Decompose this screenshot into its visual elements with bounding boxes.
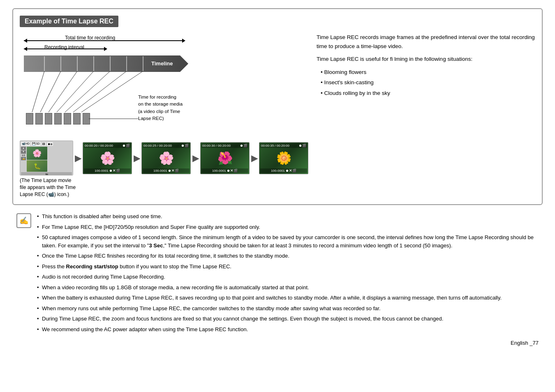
note-11: We recommend using the AC power adaptor …: [36, 325, 539, 334]
bullet-3: Clouds rolling by in the sky: [321, 89, 535, 98]
example-top: Total time for recording Recording inter…: [20, 33, 535, 198]
svg-line-10: [57, 71, 94, 112]
note-2: For Time Lapse REC, the [HD]720/50p reso…: [36, 223, 539, 231]
arrow-1: ▶: [75, 153, 81, 163]
interval-label: Recording interval: [44, 44, 84, 50]
time-lapse-caption: (The Time Lapse movie file appears with …: [20, 177, 77, 198]
note-9: When memory runs out while performing Ti…: [36, 304, 539, 313]
frame-4: [54, 113, 62, 125]
desc-para2: Time Lapse REC is useful for fi lming in…: [317, 55, 535, 64]
bullet-list: Blooming flowers Insect's skin-casting C…: [321, 68, 535, 98]
media-label-arrow: [89, 113, 142, 129]
note-icon: ✍: [16, 213, 31, 228]
recording-frames: [26, 113, 90, 125]
arrow-3: ▶: [192, 153, 199, 163]
thumb-bottom-1: 100-0001 ⏺✕🎬: [84, 168, 131, 173]
bullet-1: Blooming flowers: [321, 68, 535, 77]
thumb-bottom-3: 100-0001 ⏺✕🎬: [201, 168, 248, 173]
rec-media-label: Time for recording on the storage media …: [138, 94, 183, 122]
thumb-overlay-3: 00:00:30 / 00:20:00 ⏺🎬: [201, 143, 248, 148]
note-3: 50 captured images compose a video of 1 …: [36, 233, 539, 249]
page-container: Example of Time Lapse REC Total time for…: [0, 0, 555, 354]
note-4: Once the Time Lapse REC finishes recordi…: [36, 252, 539, 260]
example-box: Example of Time Lapse REC Total time for…: [12, 8, 543, 205]
timeline-diagram: Total time for recording Recording inter…: [20, 33, 225, 131]
frame-1: [26, 113, 33, 125]
thumb-4: 🌺 00:00:30 / 00:20:00 ⏺🎬 100-0001 ⏺✕🎬: [200, 142, 250, 174]
svg-line-12: [73, 71, 127, 112]
arrow-2: ▶: [134, 153, 140, 163]
thumb-overlay-4: 00:00:35 / 00:20:00 ⏺🎬: [260, 143, 307, 148]
desc-para1: Time Lapse REC records image frames at t…: [317, 33, 535, 51]
note-1: This function is disabled after being us…: [36, 212, 539, 221]
bullet-2: Insect's skin-casting: [321, 78, 535, 87]
frame-6: [73, 113, 81, 125]
svg-line-7: [32, 71, 44, 112]
total-time-label: Total time for recording: [65, 35, 115, 41]
thumbnails-row: 📹HD 💾SD 🖼 ⏺▣ ▲ ▼: [20, 141, 308, 175]
thumbnails-area: 📹HD 💾SD 🖼 ⏺▣ ▲ ▼: [20, 136, 308, 198]
svg-line-11: [65, 71, 110, 112]
example-right: Time Lapse REC records image frames at t…: [317, 33, 535, 198]
svg-line-9: [49, 71, 77, 112]
example-left: Total time for recording Recording inter…: [20, 33, 308, 198]
thumb-overlay-1: 00:00:20 / 00:20:00 ⏺🎬: [84, 143, 131, 148]
notes-section: ✍ This function is disabled after being …: [12, 212, 543, 336]
thumb-2: 🌸 00:00:20 / 00:20:00 ⏺🎬 100-0001 ⏺✕🎬: [83, 142, 132, 174]
total-time-arrow-right: [182, 39, 185, 43]
thumb-3: 🌸 00:00:25 / 00:20:00 ⏺🎬 100-0001 ⏺✕🎬: [141, 142, 191, 174]
interval-arrow-right: [104, 47, 107, 51]
page-number: English _77: [12, 340, 543, 346]
note-7: When a video recording fills up 1.8GB of…: [36, 284, 539, 292]
frame-5: [64, 113, 71, 125]
arrow-4: ▶: [251, 153, 257, 163]
note-5: Press the Recording start/stop button if…: [36, 263, 539, 271]
thumb-first: 📹HD 💾SD 🖼 ⏺▣ ▲ ▼: [20, 141, 73, 175]
frame-3: [45, 113, 52, 125]
svg-line-13: [81, 71, 143, 112]
notes-list: This function is disabled after being us…: [36, 212, 539, 336]
notes-ul: This function is disabled after being us…: [36, 212, 539, 333]
example-bottom: 📹HD 💾SD 🖼 ⏺▣ ▲ ▼: [20, 136, 308, 198]
note-10: During Time Lapse REC, the zoom and focu…: [36, 315, 539, 323]
thumb-bottom-2: 100-0001 ⏺✕🎬: [143, 168, 190, 173]
frame-2: [35, 113, 43, 125]
example-title: Example of Time Lapse REC: [20, 16, 118, 27]
thumb-overlay-2: 00:00:25 / 00:20:00 ⏺🎬: [143, 143, 190, 148]
svg-line-8: [40, 71, 61, 112]
thumb-bottom-4: 100-0001 ⏺✕🎬: [260, 168, 307, 173]
timeline-label: Timeline: [151, 60, 173, 67]
note-6: Audio is not recorded during Time Lapse …: [36, 273, 539, 281]
note-8: When the battery is exhausted during Tim…: [36, 294, 539, 302]
thumb-5: 🌼 00:00:35 / 00:20:00 ⏺🎬 100-0001 ⏺✕🎬: [259, 142, 308, 174]
frame-7: [83, 113, 90, 125]
